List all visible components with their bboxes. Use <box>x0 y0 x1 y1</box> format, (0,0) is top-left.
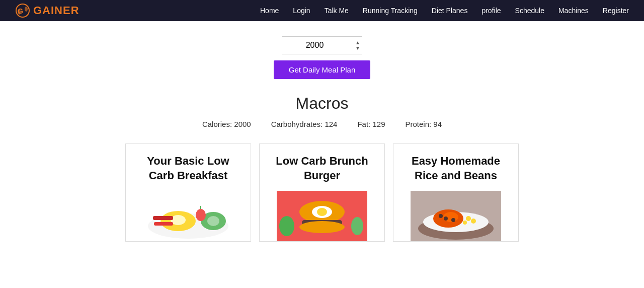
rice-food-svg <box>411 191 501 241</box>
svg-point-19 <box>279 216 294 236</box>
nav-schedule[interactable]: Schedule <box>515 7 544 15</box>
svg-point-2 <box>18 10 21 15</box>
meal-card-rice-title: Easy Homemade Rice and Beans <box>401 154 510 183</box>
breakfast-food-svg <box>143 191 233 241</box>
calories-stat: Calories: 2000 <box>202 120 251 128</box>
svg-rect-7 <box>153 216 173 220</box>
spinner-down-icon[interactable]: ▼ <box>355 46 360 51</box>
meal-card-burger-title: Low Carb Brunch Burger <box>268 154 376 183</box>
svg-point-10 <box>207 216 219 226</box>
nav-machines[interactable]: Machines <box>558 7 589 15</box>
calories-value: 2000 <box>234 120 251 128</box>
carbs-label: Carbohydrates: <box>271 120 323 128</box>
nav-register[interactable]: Register <box>603 7 629 15</box>
nav-profile[interactable]: profile <box>481 7 501 15</box>
spinner-up-icon[interactable]: ▲ <box>355 40 360 45</box>
logo-link[interactable]: G GAINER <box>15 3 79 18</box>
carbs-stat: Carbohydrates: 124 <box>271 120 338 128</box>
main-content: ▲ ▼ Get Daily Meal Plan Macros Calories:… <box>0 21 644 252</box>
nav-links: Home Login Talk Me Running Tracking Diet… <box>260 6 629 15</box>
nav-home[interactable]: Home <box>260 7 279 15</box>
macros-values: Calories: 2000 Carbohydrates: 124 Fat: 1… <box>202 120 442 128</box>
burger-food-svg <box>277 191 367 241</box>
protein-stat: Protein: 94 <box>405 120 442 128</box>
fat-label: Fat: <box>357 120 370 128</box>
nav-diet-planes[interactable]: Diet Planes <box>432 7 468 15</box>
navbar: G GAINER Home Login Talk Me Running Trac… <box>0 0 644 21</box>
spinner-arrows: ▲ ▼ <box>355 40 360 51</box>
macros-title: Macros <box>202 94 442 113</box>
logo-text: GAINER <box>33 4 79 17</box>
meal-card-breakfast-image <box>143 191 233 241</box>
svg-point-18 <box>299 221 345 233</box>
meal-card-burger: Low Carb Brunch Burger <box>259 143 385 242</box>
svg-point-26 <box>466 216 471 221</box>
calorie-input-wrapper: ▲ ▼ <box>282 36 362 54</box>
calorie-section: ▲ ▼ Get Daily Meal Plan <box>274 36 371 79</box>
protein-label: Protein: <box>405 120 431 128</box>
svg-point-16 <box>317 208 327 216</box>
logo-icon: G <box>15 3 30 18</box>
fat-stat: Fat: 129 <box>357 120 385 128</box>
meal-cards-container: Your Basic Low Carb Breakfast <box>83 143 561 242</box>
protein-value: 94 <box>433 120 442 128</box>
svg-rect-8 <box>154 222 173 226</box>
nav-talk-me[interactable]: Talk Me <box>325 7 349 15</box>
svg-point-20 <box>351 217 363 235</box>
meal-card-rice-image <box>411 191 501 241</box>
meal-card-breakfast-title: Your Basic Low Carb Breakfast <box>134 154 243 183</box>
svg-point-30 <box>444 217 448 221</box>
get-meal-plan-button[interactable]: Get Daily Meal Plan <box>274 60 371 79</box>
meal-card-breakfast: Your Basic Low Carb Breakfast <box>125 143 251 242</box>
svg-point-29 <box>439 214 443 218</box>
nav-login[interactable]: Login <box>293 7 310 15</box>
calories-label: Calories: <box>202 120 232 128</box>
svg-point-11 <box>196 209 206 221</box>
svg-point-3 <box>25 7 28 12</box>
carbs-value: 124 <box>325 120 337 128</box>
nav-running-tracking[interactable]: Running Tracking <box>363 7 418 15</box>
macros-section: Macros Calories: 2000 Carbohydrates: 124… <box>202 94 442 128</box>
meal-card-burger-image <box>277 191 367 241</box>
svg-point-27 <box>471 219 476 224</box>
fat-value: 129 <box>372 120 385 128</box>
svg-point-28 <box>463 221 467 225</box>
meal-card-rice: Easy Homemade Rice and Beans <box>393 143 519 242</box>
svg-point-31 <box>451 218 455 222</box>
calorie-input[interactable] <box>282 36 362 54</box>
